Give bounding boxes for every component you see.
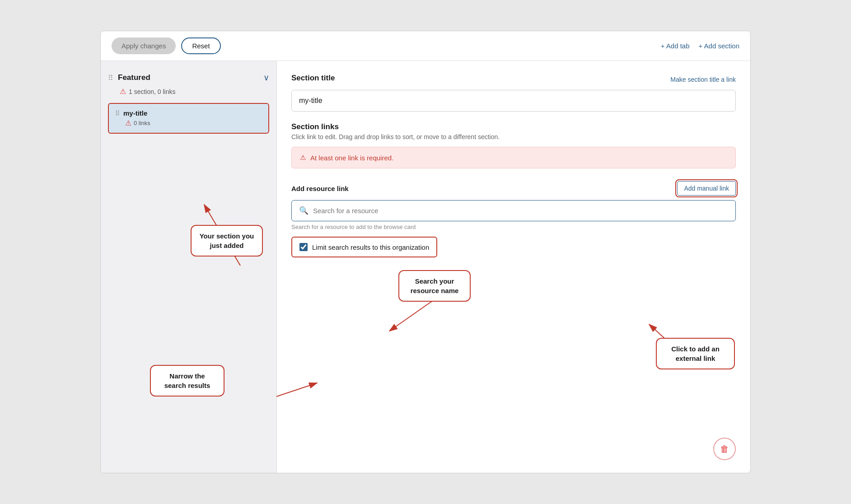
search-icon: 🔍 [299,206,309,215]
add-resource-section: Add resource link Add manual link 🔍 Sear… [291,181,736,257]
section-title-input[interactable] [291,90,736,112]
main-content: ⠿ Featured ∨ ⚠ 1 section, 0 links ⠿ my-t… [101,61,750,473]
tab-error-dot: ⚠ [120,87,126,96]
section-title-label: Section title [291,74,335,83]
error-banner: ⚠ At least one link is required. [291,147,736,168]
error-icon: ⚠ [300,154,306,162]
sidebar-tab[interactable]: ⠿ Featured ∨ [101,68,276,87]
reset-button[interactable]: Reset [181,37,220,54]
tab-meta: ⚠ 1 section, 0 links [101,87,276,100]
limit-search-row: Limit search results to this organizatio… [291,237,437,257]
section-links-label: Section links [291,122,736,131]
sidebar: ⠿ Featured ∨ ⚠ 1 section, 0 links ⠿ my-t… [101,61,277,473]
checkbox-label: Limit search results to this organizatio… [312,243,429,251]
section-item[interactable]: ⠿ my-title ⚠ 0 links [108,103,269,134]
apply-changes-button[interactable]: Apply changes [112,37,176,54]
tab-drag-handle[interactable]: ⠿ [108,74,113,82]
tab-chevron-icon[interactable]: ∨ [263,73,269,83]
delete-button[interactable]: 🗑 [713,438,736,460]
make-section-link-button[interactable]: Make section title a link [670,76,736,83]
tab-meta-text: 1 section, 0 links [129,88,176,95]
tab-label: Featured [118,73,259,82]
error-text: At least one link is required. [310,154,393,162]
toolbar-left: Apply changes Reset [112,37,221,54]
add-section-button[interactable]: + Add section [699,42,739,50]
section-meta: ⚠ 0 links [115,117,262,127]
add-manual-link-button[interactable]: Add manual link [677,181,736,196]
section-error-dot: ⚠ [125,119,131,127]
search-input[interactable] [313,207,728,215]
section-links-hint: Click link to edit. Drag and drop links … [291,133,736,140]
search-hint: Search for a resource to add to the brow… [291,224,736,230]
add-resource-label: Add resource link [291,185,349,192]
section-meta-text: 0 links [134,120,150,126]
limit-search-checkbox[interactable] [299,243,308,251]
add-tab-button[interactable]: + Add tab [661,42,690,50]
section-item-header: ⠿ my-title [115,109,262,117]
toolbar: Apply changes Reset + Add tab + Add sect… [101,31,750,61]
toolbar-right: + Add tab + Add section [661,42,739,50]
section-name: my-title [123,109,147,117]
add-resource-row: Add resource link Add manual link [291,181,736,196]
search-box: 🔍 [291,200,736,221]
section-title-row: Section title Make section title a link [291,74,736,85]
section-drag-handle[interactable]: ⠿ [115,110,120,117]
right-panel: Section title Make section title a link … [277,61,750,473]
